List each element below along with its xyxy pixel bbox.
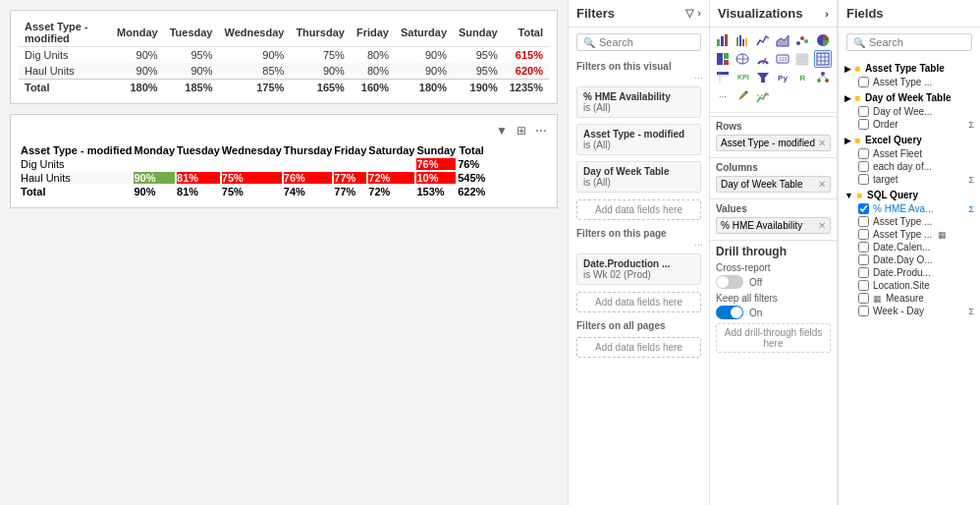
viz-card-icon[interactable]: 123: [774, 50, 791, 68]
field-hmeavail-checkbox[interactable]: [858, 203, 869, 214]
filter-page-menu[interactable]: ⋯: [569, 241, 709, 251]
field-datedayo-checkbox[interactable]: [858, 254, 869, 265]
field-group-excel: ▶ ■ Excel Query Asset Fleet each day of.…: [839, 133, 980, 186]
add-drill-fields[interactable]: Add drill-through fields here: [716, 323, 831, 353]
viz-columns-field-pill[interactable]: Day of Week Table ✕: [716, 176, 831, 193]
filter-expand-icon[interactable]: ›: [697, 7, 701, 20]
columns-field-remove-icon[interactable]: ✕: [818, 179, 826, 190]
viz-gauge-icon[interactable]: [754, 50, 772, 68]
filters-panel: Filters ▽ › 🔍 Filters on this visual ⋯ %…: [568, 0, 710, 505]
filter-assettype-value: is (All): [583, 140, 694, 150]
filter-item-hme[interactable]: % HME Availability is (All): [576, 86, 701, 118]
field-order-checkbox[interactable]: [858, 119, 869, 130]
field-locationsite-checkbox[interactable]: [858, 280, 869, 291]
fields-search-box[interactable]: 🔍: [846, 33, 972, 51]
main-area: Asset Type - modified Monday Tuesday Wed…: [0, 0, 568, 505]
field-group-sql-header[interactable]: ▼ ■ SQL Query: [839, 188, 980, 202]
add-data-fields-all[interactable]: Add data fields here: [576, 337, 701, 358]
viz-expand-icon[interactable]: ›: [825, 8, 829, 20]
cell: Haul Units: [21, 172, 132, 184]
viz-values-field-pill[interactable]: % HME Availability ✕: [716, 217, 831, 234]
viz-python-icon[interactable]: Py: [774, 69, 791, 86]
viz-scatter-icon[interactable]: [793, 31, 811, 49]
viz-treemap-icon[interactable]: [714, 50, 732, 68]
cell-colored: 77%: [334, 172, 366, 184]
fields-panel: Fields 🔍 ▶ ■ Asset Type Table Asset Type…: [838, 0, 980, 505]
field-sqlassettype1-label: Asset Type ...: [873, 216, 932, 227]
viz-more-icon[interactable]: ⋯: [714, 87, 732, 105]
cross-report-toggle-row: Off: [716, 275, 831, 289]
filter-dayofweek-value: is (All): [583, 177, 694, 188]
viz-icons-grid: 123 KPI Py R ⋯: [710, 28, 837, 109]
viz-analytics-icon[interactable]: [754, 87, 772, 105]
viz-matrix-icon[interactable]: [714, 69, 732, 86]
field-item-measure: ▦ Measure: [839, 292, 980, 305]
field-assettype1-checkbox[interactable]: [858, 77, 869, 87]
table2-toolbar: ▼ ⊞ ⋯: [19, 123, 549, 139]
field-dateprodu-checkbox[interactable]: [858, 267, 869, 278]
field-sqlassettype1-checkbox[interactable]: [858, 216, 869, 227]
viz-area-chart-icon[interactable]: [774, 31, 791, 49]
svg-point-9: [800, 36, 804, 40]
field-group-dayofweek-header[interactable]: ▶ ■ Day of Week Table: [839, 90, 980, 105]
field-group-assettype-header[interactable]: ▶ ■ Asset Type Table: [839, 61, 980, 76]
svg-marker-32: [757, 73, 769, 83]
cross-report-toggle[interactable]: [716, 275, 743, 289]
filters-search-box[interactable]: 🔍: [576, 33, 701, 51]
more-icon[interactable]: ⋯: [533, 123, 549, 139]
keep-filters-toggle[interactable]: [716, 306, 743, 319]
drill-through-title: Drill through: [716, 245, 831, 258]
viz-map-icon[interactable]: [734, 50, 751, 68]
filter-item-dayofweek[interactable]: Day of Week Table is (All): [576, 161, 701, 193]
add-data-fields-page[interactable]: Add data fields here: [576, 292, 701, 312]
viz-table-icon[interactable]: [814, 50, 832, 68]
field-assetfleet-checkbox[interactable]: [858, 148, 869, 159]
field-measure-checkbox[interactable]: [858, 293, 869, 304]
cell bold: 615%: [504, 47, 549, 64]
rows-field-remove-icon[interactable]: ✕: [818, 138, 826, 148]
drill-through-section: Drill through Cross-report Off Keep all …: [710, 240, 837, 357]
filter-dayofweek-name: Day of Week Table: [583, 166, 694, 177]
field-target-checkbox[interactable]: [858, 174, 869, 185]
filter-dateprod-value: is Wk 02 (Prod): [583, 269, 694, 280]
viz-rows-field-pill[interactable]: Asset Type - modified ✕: [716, 135, 831, 151]
viz-slicer-icon[interactable]: [793, 50, 811, 68]
field-group-assettype-table-label: Asset Type Table: [865, 63, 945, 74]
filter-icon[interactable]: ▼: [494, 123, 510, 139]
filters-search-input[interactable]: [599, 36, 694, 48]
field-sqlassettype2-checkbox[interactable]: [858, 229, 869, 240]
filter-item-date-prod[interactable]: Date.Production ... is Wk 02 (Prod): [576, 253, 701, 285]
svg-rect-3: [736, 37, 738, 46]
field-eachdayof-checkbox[interactable]: [858, 161, 869, 172]
field-weekday-checkbox[interactable]: [858, 306, 869, 316]
filter-section-menu[interactable]: ⋯: [569, 74, 709, 84]
sigma-icon: Σ: [968, 204, 974, 214]
field-dayofweek-checkbox[interactable]: [858, 106, 869, 117]
filter-hme-value: is (All): [583, 102, 694, 113]
field-datecalen-checkbox[interactable]: [858, 242, 869, 252]
viz-kpi-icon[interactable]: KPI: [734, 69, 751, 86]
field-eachdayof-label: each day of...: [873, 161, 932, 172]
viz-clustered-bar-icon[interactable]: [734, 31, 751, 49]
viz-pie-icon[interactable]: [814, 31, 832, 49]
viz-format-icon[interactable]: [734, 87, 751, 105]
fit-icon[interactable]: ⊞: [514, 123, 529, 139]
filter-clear-icon[interactable]: ▽: [685, 7, 693, 20]
viz-bar-chart-icon[interactable]: [714, 31, 732, 49]
cell: 95%: [164, 47, 219, 64]
field-group-excel-header[interactable]: ▶ ■ Excel Query: [839, 133, 980, 147]
viz-decomp-icon[interactable]: [814, 69, 832, 86]
fields-search-input[interactable]: [869, 36, 965, 48]
viz-r-icon[interactable]: R: [793, 69, 811, 86]
filter-item-asset-type[interactable]: Asset Type - modified is (All): [576, 124, 701, 155]
col-thursday: Thursday: [290, 19, 351, 47]
values-field-remove-icon[interactable]: ✕: [818, 220, 826, 231]
viz-line-chart-icon[interactable]: [754, 31, 772, 49]
field-item-sqlassettype1: Asset Type ...: [839, 215, 980, 228]
fields-title: Fields: [846, 6, 884, 21]
viz-panel: Visualizations ›: [710, 0, 838, 505]
add-data-fields-visual[interactable]: Add data fields here: [576, 199, 701, 220]
viz-funnel-icon[interactable]: [754, 69, 772, 86]
expand-icon: ▶: [844, 136, 851, 145]
cell: 620%: [504, 63, 549, 80]
